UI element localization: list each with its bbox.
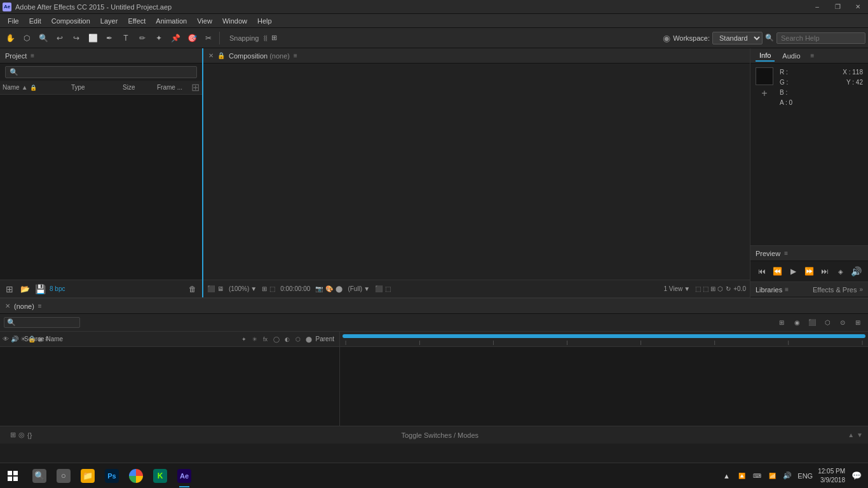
comp-timecode-btn[interactable]: 0:00:00:00: [278, 285, 313, 293]
start-button[interactable]: [0, 463, 25, 489]
taskbar-cortana-icon[interactable]: ○: [52, 464, 75, 488]
tl-tool-4[interactable]: ⬡: [821, 316, 834, 329]
preview-skip-end-btn[interactable]: ⏭: [818, 265, 831, 278]
tl-icon3[interactable]: {}: [27, 431, 32, 439]
tl-up-arrow[interactable]: ▲: [848, 431, 854, 438]
libraries-tab-label[interactable]: Libraries: [756, 286, 782, 294]
tool-rect[interactable]: ⬜: [85, 30, 100, 46]
menu-effect[interactable]: Effect: [123, 16, 151, 26]
menu-window[interactable]: Window: [217, 16, 252, 26]
tool-selection[interactable]: ✋: [3, 30, 18, 46]
timeline-playhead-bar[interactable]: [342, 334, 865, 338]
tab-audio[interactable]: Audio: [778, 51, 804, 61]
comp-grid-icon[interactable]: ⊞: [262, 285, 267, 292]
comp-panel-menu-icon[interactable]: ≡: [294, 52, 297, 59]
tray-network2-icon[interactable]: 📶: [767, 471, 777, 481]
tool-brush[interactable]: ✏: [135, 30, 150, 46]
effects-presets-tab[interactable]: Effects & Pres: [813, 286, 857, 294]
menu-help[interactable]: Help: [252, 16, 277, 26]
menu-layer[interactable]: Layer: [95, 16, 123, 26]
taskbar-explorer-icon[interactable]: 📁: [76, 464, 99, 488]
menu-edit[interactable]: Edit: [24, 16, 46, 26]
maximize-button[interactable]: ❐: [827, 0, 848, 14]
bpc-badge[interactable]: 8 bpc: [50, 285, 65, 292]
tl-tool-1[interactable]: ⊞: [775, 316, 788, 329]
preview-panel-menu-icon[interactable]: ≡: [784, 250, 788, 257]
tool-clone[interactable]: ✦: [151, 30, 166, 46]
search-help-input[interactable]: [776, 32, 865, 44]
menu-file[interactable]: File: [3, 16, 24, 26]
timeline-close-button[interactable]: ✕: [5, 302, 10, 309]
comp-transparency-icon[interactable]: ⬛: [375, 285, 383, 292]
menu-composition[interactable]: Composition: [46, 16, 95, 26]
preview-step-fwd-btn[interactable]: ⏩: [803, 265, 815, 278]
tray-keyboard-icon[interactable]: ⌨: [752, 471, 762, 481]
preview-play-btn[interactable]: ▶: [787, 265, 800, 278]
preview-render-btn[interactable]: ◈: [834, 265, 847, 278]
project-layout-icon[interactable]: ⊞: [191, 81, 200, 93]
composition-canvas[interactable]: [203, 64, 750, 280]
tl-tool-3[interactable]: ⬛: [806, 316, 818, 329]
comp-quality-btn[interactable]: (Full) ▼: [345, 285, 372, 293]
minimize-button[interactable]: –: [807, 0, 827, 14]
close-button[interactable]: ✕: [848, 0, 868, 14]
project-panel-menu-icon[interactable]: ≡: [31, 52, 34, 59]
tl-icon2[interactable]: ◎: [18, 431, 25, 439]
comp-snapshot-icon[interactable]: 📷: [315, 285, 323, 292]
taskbar-kaspersky-icon[interactable]: K: [149, 464, 172, 488]
tray-chevron-icon[interactable]: 🔼: [736, 471, 747, 481]
taskbar-chrome-icon[interactable]: [125, 464, 147, 488]
tool-pin[interactable]: 📌: [168, 30, 183, 46]
snapping-icon1[interactable]: ⧛: [262, 34, 269, 42]
capture-icon[interactable]: ◉: [663, 33, 670, 43]
tray-sound-icon[interactable]: 🔊: [782, 471, 792, 481]
tool-redo[interactable]: ↪: [69, 30, 84, 46]
save-icon[interactable]: 💾: [34, 283, 46, 295]
comp-lock-icon[interactable]: 🔒: [217, 52, 225, 59]
tray-language[interactable]: ENG: [797, 472, 813, 480]
timeline-ruler[interactable]: || || || ||: [340, 332, 868, 347]
tool-text[interactable]: T: [118, 30, 133, 46]
tool-shape[interactable]: ⬡: [19, 30, 34, 46]
taskbar-search-icon[interactable]: 🔍: [28, 464, 51, 488]
comp-camera-icon[interactable]: ⬛: [207, 285, 215, 292]
toggle-switches-label[interactable]: Toggle Switches / Modes: [32, 431, 848, 439]
tool-anchor[interactable]: ✂: [201, 30, 216, 46]
tab-info[interactable]: Info: [756, 50, 775, 62]
info-panel-menu-icon[interactable]: ≡: [811, 52, 815, 59]
menu-animation[interactable]: Animation: [151, 16, 192, 26]
comp-color-icon[interactable]: 🎨: [325, 285, 333, 292]
tl-tool-5[interactable]: ⊙: [836, 316, 849, 329]
tool-pen[interactable]: ✒: [102, 30, 117, 46]
tl-icon1[interactable]: ⊞: [10, 431, 16, 439]
comp-roi-icon[interactable]: ⬚: [269, 285, 275, 292]
tool-camera[interactable]: 🎯: [184, 30, 200, 46]
tl-down-arrow[interactable]: ▼: [857, 431, 863, 438]
comp-pixels-icon[interactable]: ⬚: [385, 285, 391, 292]
tray-network-icon[interactable]: ▲: [721, 471, 731, 481]
comp-display-icon[interactable]: 🖥: [217, 285, 224, 292]
new-item-icon[interactable]: ⊞: [4, 283, 15, 295]
comp-correction-icon[interactable]: ⬤: [336, 285, 342, 292]
tl-tool-2[interactable]: ◉: [790, 316, 803, 329]
workspace-select[interactable]: Standard: [712, 32, 763, 44]
comp-close-button[interactable]: ✕: [208, 52, 214, 59]
tray-notification-icon[interactable]: 💬: [850, 470, 863, 482]
tool-zoom[interactable]: 🔍: [36, 30, 51, 46]
preview-skip-start-btn[interactable]: ⏮: [756, 265, 768, 278]
comp-rotation-icon[interactable]: ↻: [726, 285, 731, 292]
preview-step-back-btn[interactable]: ⏪: [771, 265, 784, 278]
libraries-panel-menu-icon[interactable]: ≡: [785, 286, 789, 293]
taskbar-aftereffects-icon[interactable]: Ae: [173, 464, 196, 488]
snapping-icon2[interactable]: ⊞: [271, 34, 277, 42]
menu-view[interactable]: View: [192, 16, 217, 26]
libraries-chevron-icon[interactable]: »: [859, 286, 863, 293]
comp-zoom-btn[interactable]: (100%) ▼: [226, 285, 259, 293]
tool-undo[interactable]: ↩: [52, 30, 67, 46]
taskbar-photoshop-icon[interactable]: Ps: [100, 464, 123, 488]
comp-view-btn[interactable]: 1 View ▼: [661, 285, 693, 293]
comp-view-icons[interactable]: ⬚ ⬚ ⊞ ⬡: [695, 285, 723, 292]
open-folder-icon[interactable]: 📂: [19, 283, 31, 295]
trash-icon[interactable]: 🗑: [187, 283, 198, 295]
tl-tool-6[interactable]: ⊞: [851, 316, 864, 329]
